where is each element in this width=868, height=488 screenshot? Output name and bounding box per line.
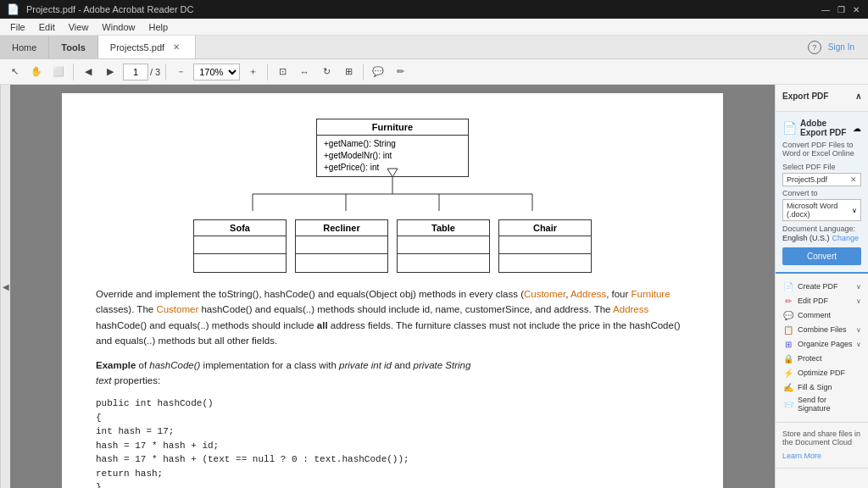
menu-view[interactable]: View	[62, 19, 96, 35]
organize-chevron[interactable]: ∨	[856, 341, 861, 348]
code-line-6: return hash;	[96, 467, 689, 481]
pdf-area[interactable]: Furniture +getName(): String +getModelNr…	[10, 85, 775, 488]
tab-close-icon[interactable]: ✕	[170, 42, 183, 52]
sign-in-button[interactable]: Sign In	[821, 42, 861, 52]
page-input[interactable]	[123, 64, 148, 80]
file-name: Project5.pdf	[787, 175, 827, 184]
file-close-btn[interactable]: ✕	[850, 175, 857, 184]
example-rest2: implementation for a class with	[200, 360, 339, 370]
chair-body	[499, 236, 591, 253]
comment-row: 💬 Comment	[782, 309, 861, 321]
and-label: and	[392, 360, 414, 370]
code-line-5: hash = 17 * hash + (text == null ? 0 : t…	[96, 452, 689, 467]
convert-to-label: Convert to	[782, 189, 861, 197]
comment-icon: 💬	[782, 309, 794, 321]
tools-section: 📄 Create PDF ∨ ✏ Edit PDF ∨ 💬 Comment 📋 …	[776, 274, 868, 423]
page-total: / 3	[150, 67, 160, 77]
sofa-header: Sofa	[194, 220, 286, 236]
uml-class-sofa: Sofa	[193, 219, 287, 273]
table-footer	[398, 253, 489, 272]
pdf-page: Furniture +getName(): String +getModelNr…	[62, 93, 723, 488]
send-signature-link[interactable]: Send for Signature	[798, 396, 861, 413]
tab-file[interactable]: Projects5.pdf ✕	[98, 36, 196, 58]
split-view[interactable]: ⊞	[339, 63, 358, 81]
edit-pdf-chevron[interactable]: ∨	[856, 297, 861, 305]
create-pdf-icon: 📄	[782, 280, 794, 292]
convert-chevron[interactable]: ∨	[852, 207, 857, 214]
window-title: Projects.pdf - Adobe Acrobat Reader DC	[26, 4, 194, 14]
doc-lang-label: Document Language:	[782, 225, 861, 233]
code-line-3: int hash = 17;	[96, 424, 689, 439]
protect-row: 🔒 Protect	[782, 352, 861, 364]
combine-files-link[interactable]: Combine Files	[798, 325, 853, 334]
sofa-footer	[194, 253, 286, 272]
convert-button[interactable]: Convert	[782, 247, 861, 265]
fit-page[interactable]: ⊡	[273, 63, 292, 81]
export-chevron[interactable]: ∧	[855, 92, 861, 101]
combine-files-row: 📋 Combine Files ∨	[782, 324, 861, 336]
pdf-paragraph-1: Override and implement the toString(), h…	[96, 286, 689, 349]
chair-footer	[499, 253, 591, 272]
store-section: Store and share files in the Document Cl…	[776, 423, 868, 469]
edit-pdf-link[interactable]: Edit PDF	[798, 297, 853, 305]
organize-icon: ⊞	[782, 338, 794, 350]
adobe-export-title: Adobe Export PDF	[800, 119, 849, 137]
protect-link[interactable]: Protect	[798, 354, 861, 363]
combine-chevron[interactable]: ∨	[856, 326, 861, 334]
pen-tool[interactable]: ✏	[391, 63, 409, 81]
left-panel-collapse[interactable]: ◀	[0, 85, 10, 488]
cursor-tool[interactable]: ↖	[5, 63, 24, 81]
fill-sign-row: ✍ Fill & Sign	[782, 381, 861, 393]
tab-home[interactable]: Home	[0, 36, 49, 58]
pdf-example-line: Example of hashCode() implementation for…	[96, 358, 689, 389]
comment-link[interactable]: Comment	[798, 311, 861, 319]
furniture-method-1: +getName(): String	[324, 138, 461, 150]
create-pdf-link[interactable]: Create PDF	[798, 282, 853, 291]
export-section: Export PDF ∧	[776, 85, 868, 112]
separator4	[363, 64, 364, 80]
minimize-button[interactable]: —	[821, 4, 831, 14]
title-bar: 📄 Projects.pdf - Adobe Acrobat Reader DC…	[0, 0, 868, 19]
adobe-export-icon: 📄	[782, 121, 797, 135]
properties-label: properties:	[112, 375, 161, 385]
furniture-method-2: +getModelNr(): int	[324, 150, 461, 162]
menu-bar: File Edit View Window Help	[0, 19, 868, 36]
rotate[interactable]: ↻	[317, 63, 336, 81]
private-string-text: private String	[414, 360, 471, 370]
help-icon[interactable]: ?	[808, 41, 821, 54]
organize-link[interactable]: Organize Pages	[798, 340, 853, 348]
create-pdf-chevron[interactable]: ∨	[856, 283, 861, 291]
comment-tool[interactable]: 💬	[369, 63, 387, 81]
sofa-body	[194, 236, 286, 253]
export-title: Export PDF ∧	[782, 92, 861, 101]
zoom-in[interactable]: ＋	[243, 63, 262, 81]
separator3	[267, 64, 268, 80]
close-button[interactable]: ✕	[851, 4, 861, 14]
fit-width[interactable]: ↔	[295, 63, 314, 81]
menu-help[interactable]: Help	[142, 19, 175, 35]
send-signature-icon: 📨	[782, 398, 794, 410]
optimize-row: ⚡ Optimize PDF	[782, 367, 861, 379]
page-nav: / 3	[123, 64, 160, 80]
tab-tools[interactable]: Tools	[49, 36, 98, 58]
fill-sign-link[interactable]: Fill & Sign	[798, 383, 861, 391]
app-icon: 📄	[7, 3, 19, 15]
file-row: Project5.pdf ✕	[782, 173, 861, 186]
recliner-body	[296, 236, 387, 253]
zoom-out[interactable]: －	[171, 63, 190, 81]
prev-page[interactable]: ◀	[79, 63, 97, 81]
learn-more-link[interactable]: Learn More	[782, 452, 821, 460]
menu-file[interactable]: File	[3, 19, 32, 35]
zoom-select[interactable]: 170% 100% 150% 200%	[193, 64, 240, 80]
toolbar: ↖ ✋ ⬜ ◀ ▶ / 3 － 170% 100% 150% 200% ＋ ⊡ …	[0, 59, 868, 85]
optimize-link[interactable]: Optimize PDF	[798, 369, 861, 377]
create-pdf-row: 📄 Create PDF ∨	[782, 280, 861, 292]
menu-edit[interactable]: Edit	[32, 19, 62, 35]
maximize-button[interactable]: ❐	[836, 4, 846, 14]
table-body	[398, 236, 489, 253]
select-tool[interactable]: ⬜	[49, 63, 68, 81]
next-page[interactable]: ▶	[101, 63, 120, 81]
hand-tool[interactable]: ✋	[27, 63, 46, 81]
menu-window[interactable]: Window	[95, 19, 142, 35]
change-lang-link[interactable]: Change	[832, 234, 860, 242]
